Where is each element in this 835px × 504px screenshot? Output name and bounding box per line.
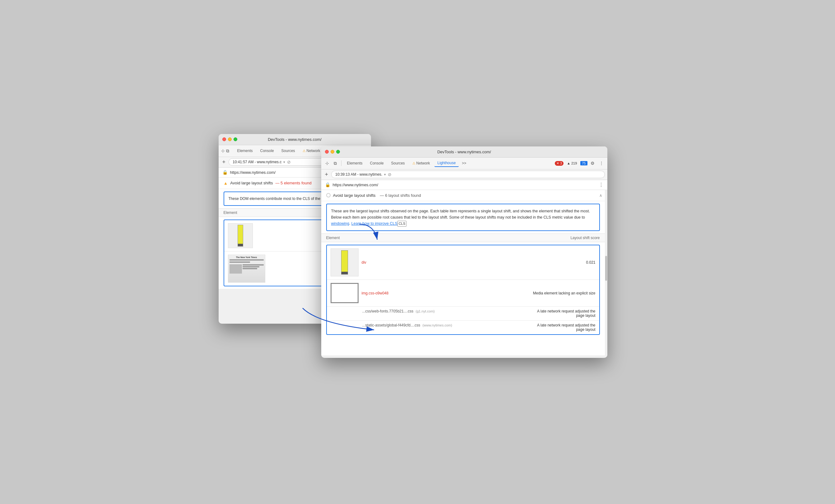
network-row-2-front: ...static-assets/global-f449cfd....css (… bbox=[327, 320, 599, 334]
settings-icon-front[interactable]: ⚙ bbox=[589, 160, 596, 167]
sub-tag-front: img.css-o9w048 bbox=[362, 291, 389, 295]
more-tabs-front[interactable]: >> bbox=[460, 160, 468, 167]
desc-text-front: These are the largest layout shifts obse… bbox=[331, 209, 590, 219]
scrollbar-track-front bbox=[605, 190, 607, 355]
main-thumb-front bbox=[331, 248, 359, 276]
close-button-back[interactable] bbox=[222, 138, 226, 141]
urlbar-more-icon-front[interactable]: ⋮ bbox=[599, 182, 604, 188]
sub-element-row-front: img.css-o9w048 Media element lacking an … bbox=[327, 280, 599, 307]
network-desc-2: A late network request adjusted the page… bbox=[537, 323, 595, 332]
main-element-row-front: div 0.021 bbox=[327, 245, 599, 280]
layers-icon-front[interactable]: ⧉ bbox=[332, 160, 339, 167]
network-file-1: ...css/web-fonts.7705b21....css (g1.nyt.… bbox=[362, 309, 435, 313]
stop-icon-front[interactable]: ⊘ bbox=[388, 172, 391, 177]
tab-console-front[interactable]: Console bbox=[367, 160, 387, 167]
new-tab-button-back[interactable]: + bbox=[221, 159, 227, 165]
cursor-icon[interactable]: ⊹ bbox=[221, 147, 225, 154]
minimize-button-back[interactable] bbox=[228, 138, 232, 141]
traffic-lights-back bbox=[222, 138, 237, 141]
address-field-front[interactable]: 10:39:13 AM - www.nytimes. ▾ ⊘ bbox=[331, 171, 605, 178]
address-time-back: 10:41:57 AM - www.nytimes.c bbox=[232, 160, 282, 164]
tab-elements-back[interactable]: Elements bbox=[234, 147, 256, 154]
info-badge-front: 75 bbox=[580, 161, 587, 165]
tab-sources-front[interactable]: Sources bbox=[388, 160, 408, 167]
tab-lighthouse-front[interactable]: Lighthouse bbox=[434, 160, 459, 167]
tall-bar-front bbox=[341, 250, 348, 275]
network-row-1-front: ...css/web-fonts.7705b21....css (g1.nyt.… bbox=[327, 307, 599, 320]
close-button-front[interactable] bbox=[325, 150, 329, 153]
element-section-front: div 0.021 img.css-o9w048 Media element l… bbox=[326, 245, 600, 335]
tab-network-back[interactable]: ⚠ Network bbox=[300, 147, 323, 154]
url-warning-icon-back: 🔒 bbox=[222, 170, 228, 175]
audit-warning-icon-back: ▲ bbox=[224, 181, 228, 186]
stop-icon-back[interactable]: ⊘ bbox=[287, 160, 291, 165]
window-title-front: DevTools - www.nytimes.com/ bbox=[437, 150, 491, 154]
maximize-button-back[interactable] bbox=[233, 138, 237, 141]
new-tab-button-front[interactable]: + bbox=[324, 171, 330, 178]
tab-network-front[interactable]: ⚠ Network bbox=[409, 160, 433, 167]
learn-cls-link[interactable]: Learn how to improve CLS bbox=[351, 222, 398, 226]
url-lock-icon-front: 🔒 bbox=[325, 182, 330, 187]
tab-console-back[interactable]: Console bbox=[257, 147, 277, 154]
traffic-lights-front bbox=[325, 150, 340, 153]
url-text-front: https://www.nytimes.com/ bbox=[333, 183, 596, 187]
audit-count-front: — 6 layout shifts found bbox=[380, 193, 421, 198]
addressbar-front: + 10:39:13 AM - www.nytimes. ▾ ⊘ bbox=[321, 169, 607, 180]
error-badge-front: ✕ 3 bbox=[555, 161, 564, 166]
sub-thumb-front bbox=[331, 283, 359, 303]
network-file-2: ...static-assets/global-f449cfd....css (… bbox=[362, 323, 452, 328]
tab-sources-back[interactable]: Sources bbox=[278, 147, 298, 154]
devtools-window-front: DevTools - www.nytimes.com/ ⊹ ⧉ Elements… bbox=[321, 146, 607, 358]
content-front: Avoid large layout shifts — 6 layout shi… bbox=[321, 190, 607, 355]
main-tag-front: div bbox=[362, 260, 366, 265]
audit-collapse-front[interactable]: ∧ bbox=[599, 193, 603, 198]
cls-badge: CLS bbox=[398, 221, 406, 227]
titlebar-back: DevTools - www.nytimes.com/ bbox=[219, 134, 371, 145]
audit-title-front: Avoid large layout shifts bbox=[333, 193, 376, 198]
audit-circle-front bbox=[326, 193, 331, 197]
toolbar-front: ⊹ ⧉ Elements Console Sources ⚠ Network L… bbox=[321, 158, 607, 169]
table-header-front: Element Layout shift score bbox=[321, 233, 607, 242]
network-desc-1: A late network request adjusted the page… bbox=[537, 309, 595, 318]
warning-badge-front: ▲ 219 bbox=[565, 161, 578, 165]
address-time-front: 10:39:13 AM - www.nytimes. bbox=[335, 172, 382, 176]
network-warning-icon-front: ⚠ bbox=[412, 161, 415, 165]
thumb-newspaper-back: The New York Times bbox=[228, 255, 265, 282]
scrollbar-thumb-front[interactable] bbox=[605, 256, 607, 281]
desc-box-front: These are the largest layout shifts obse… bbox=[326, 204, 600, 231]
toolbar-separator-front bbox=[341, 161, 342, 166]
cursor-icon-front[interactable]: ⊹ bbox=[324, 160, 331, 167]
dropdown-icon-back[interactable]: ▾ bbox=[283, 160, 285, 164]
th-element-front: Element bbox=[326, 236, 571, 240]
toolbar-right-front: ✕ 3 ▲ 219 75 ⚙ ⋮ bbox=[555, 160, 605, 167]
element-thumb-2-back: The New York Times bbox=[228, 255, 265, 282]
network-warning-icon: ⚠ bbox=[303, 149, 306, 153]
tab-elements-front[interactable]: Elements bbox=[344, 160, 366, 167]
th-score-front: Layout shift score bbox=[570, 236, 599, 240]
minimize-button-front[interactable] bbox=[331, 150, 334, 153]
sub-desc-front: Media element lacking an explicit size bbox=[533, 291, 595, 295]
audit-row-front: Avoid large layout shifts — 6 layout shi… bbox=[321, 190, 607, 201]
audit-title-back: Avoid large layout shifts bbox=[230, 181, 273, 185]
element-thumb-1-back bbox=[228, 223, 253, 248]
audit-count-back: — 5 elements found bbox=[275, 181, 311, 185]
maximize-button-front[interactable] bbox=[336, 150, 340, 153]
titlebar-front: DevTools - www.nytimes.com/ bbox=[321, 146, 607, 158]
windowing-link[interactable]: windowing bbox=[331, 222, 349, 226]
main-score-front: 0.021 bbox=[586, 260, 595, 265]
more-icon-front[interactable]: ⋮ bbox=[598, 160, 605, 167]
thumb-tall-back bbox=[238, 225, 243, 247]
dropdown-icon-front[interactable]: ▾ bbox=[384, 172, 386, 176]
urlbar-front: 🔒 https://www.nytimes.com/ ⋮ bbox=[321, 180, 607, 190]
window-title-back: DevTools - www.nytimes.com/ bbox=[268, 137, 322, 142]
layers-icon[interactable]: ⧉ bbox=[226, 147, 229, 154]
